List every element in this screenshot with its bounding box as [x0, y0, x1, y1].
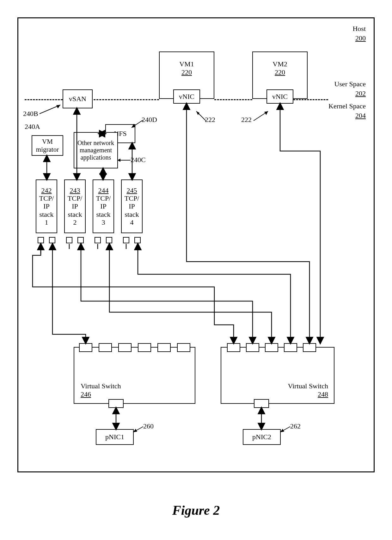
dashed-separator-4 [293, 99, 328, 100]
vs1-port-bottom [108, 399, 124, 408]
vs1-port-top-3 [118, 343, 132, 352]
other-mgmt-text: Other network management applications [76, 139, 116, 161]
svg-line-2 [254, 111, 268, 121]
kernel-space-label: Kernel Space [328, 102, 366, 110]
vswitch-1-ref: 246 [81, 390, 91, 398]
vs2-port-top-5 [303, 343, 316, 352]
vs1-port-top-1 [79, 343, 92, 352]
kernel-space-ref: 204 [355, 112, 366, 120]
tcp-stack-4-name: TCP/ IP stack 4 [125, 194, 139, 226]
vm2-vnic-ref-arrow [253, 110, 272, 122]
vm2-vnic-ref: 222 [241, 116, 252, 124]
vs2-port-top-4 [284, 343, 297, 352]
pnic1-name: pNIC1 [105, 433, 124, 441]
vs1-port-top-6 [177, 343, 190, 352]
pnic1-ref: 260 [143, 422, 154, 430]
svg-line-10 [133, 427, 143, 432]
tcp-stack-1-ref: 242 [41, 186, 52, 194]
stack3-port-a [95, 237, 101, 243]
vm-migrator-ref: 240A [25, 123, 40, 131]
vsan-text: vSAN [69, 95, 86, 103]
other-mgmt-box: Other network management applications [74, 132, 118, 168]
nfs-ref: 240D [142, 116, 157, 124]
svg-marker-5 [56, 105, 60, 108]
vswitch-1-name: Virtual Switch [81, 382, 121, 390]
vsan-box: vSAN [63, 89, 93, 108]
dashed-separator-2 [94, 99, 159, 100]
vs2-port-top-3 [265, 343, 278, 352]
vm1-ref: 220 [181, 68, 192, 76]
host-frame: Host 200 User Space 202 Kernel Space 204… [17, 17, 375, 472]
vm1-vnic-ref: 222 [205, 116, 215, 124]
tcp-stack-2-ref: 243 [70, 186, 80, 194]
figure-caption: Figure 2 [172, 503, 220, 518]
vsan-ref: 240B [23, 110, 38, 118]
user-space-label: User Space [334, 80, 366, 88]
stack2-port-b [77, 237, 84, 243]
stack4-port-b [134, 237, 141, 243]
vs2-port-top-1 [227, 343, 240, 352]
vswitch-2-ref: 248 [318, 390, 328, 398]
vm2-vnic: vNIC [266, 89, 293, 104]
svg-marker-3 [264, 111, 268, 115]
stack1-port-a [38, 237, 44, 243]
stack4-port-a [123, 237, 129, 243]
vm2-ref: 220 [275, 68, 285, 76]
vm-migrator-box: VM migrator [32, 135, 63, 156]
user-space-ref: 202 [355, 89, 366, 98]
tcp-stack-3-ref: 244 [98, 186, 109, 194]
stack3-port-b [106, 237, 112, 243]
pnic2-box: pNIC2 [243, 429, 281, 445]
vs2-port-top-2 [246, 343, 259, 352]
tcp-stack-4: 245 TCP/ IP stack 4 [121, 179, 143, 233]
other-mgmt-ref: 240C [131, 156, 146, 164]
svg-line-0 [196, 111, 206, 121]
tcp-stack-2-name: TCP/ IP stack 2 [68, 194, 82, 226]
pnic2-name: pNIC2 [252, 433, 271, 441]
vm2-name: VM2 [273, 60, 287, 68]
vs1-port-top-5 [157, 343, 171, 352]
svg-line-12 [280, 427, 290, 432]
dashed-separator-3 [214, 99, 252, 100]
tcp-stack-3: 244 TCP/ IP stack 3 [93, 179, 114, 233]
svg-marker-1 [196, 111, 199, 115]
tcp-stack-1-name: TCP/ IP stack 1 [39, 194, 54, 226]
host-ref: 200 [355, 34, 366, 42]
vm-migrator-text: VM migrator [32, 138, 63, 153]
vswitch-2: Virtual Switch 248 [221, 347, 334, 404]
vsan-ref-arrow [39, 104, 64, 115]
vm2-vnic-text: vNIC [272, 93, 288, 101]
stack1-port-b [49, 237, 55, 243]
tcp-stack-2: 243 TCP/ IP stack 2 [64, 179, 86, 233]
tcp-stack-4-ref: 245 [127, 186, 137, 194]
vm1-vnic-ref-arrow [194, 110, 206, 122]
vm1-vnic-text: vNIC [179, 93, 194, 101]
pnic1-box: pNIC1 [96, 429, 134, 445]
svg-line-4 [40, 105, 60, 114]
vs1-port-top-4 [138, 343, 151, 352]
vm1-vnic: vNIC [173, 89, 200, 104]
vswitch-2-name: Virtual Switch [288, 382, 328, 390]
dashed-separator-1 [25, 99, 63, 100]
vs1-port-top-2 [99, 343, 112, 352]
vm1-name: VM1 [179, 60, 194, 68]
vs2-port-bottom [254, 399, 269, 408]
host-label: Host [352, 25, 366, 33]
pnic2-ref: 262 [290, 422, 301, 430]
stack2-port-a [66, 237, 72, 243]
vswitch-1: Virtual Switch 246 [74, 347, 195, 404]
tcp-stack-1: 242 TCP/ IP stack 1 [36, 179, 57, 233]
tcp-stack-3-name: TCP/ IP stack 3 [96, 194, 111, 226]
